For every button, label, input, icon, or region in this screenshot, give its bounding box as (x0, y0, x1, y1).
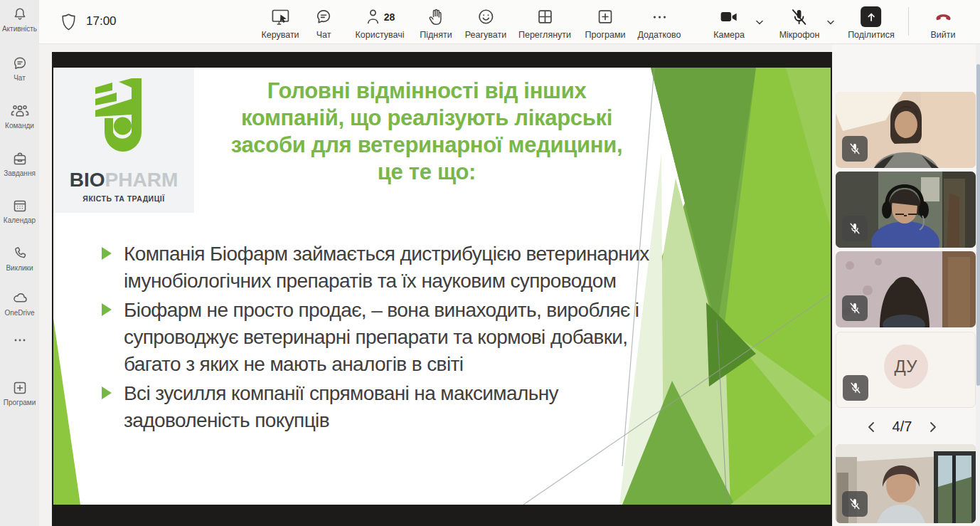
sidebar-item-label: Програми (4, 399, 36, 406)
biopharm-logo-text: BIOPHARM (53, 169, 194, 191)
slide-bullets: Компанія Біофарм займається дистрибуцією… (102, 241, 671, 436)
bullet-triangle-icon (102, 386, 112, 399)
leave-button-label: Вийти (930, 30, 955, 40)
biopharm-logo: BIOPHARM ЯКІСТЬ ТА ТРАДИЦІЇ (53, 68, 194, 213)
sidebar-item-label: Календар (4, 216, 36, 224)
apps-button-label: Програми (585, 30, 626, 40)
sidebar-item-onedrive[interactable]: OneDrive (0, 290, 39, 317)
slide-bullet: Всі зусилля компанії спрямовані на макси… (102, 380, 671, 434)
participant-muted-badge (843, 375, 868, 401)
bullet-triangle-icon (102, 247, 112, 260)
manage-button-label: Керувати (261, 30, 299, 40)
manage-button[interactable]: Керувати (261, 6, 299, 40)
sidebar-item-label: Команди (5, 122, 34, 130)
more-button[interactable]: Додатково (638, 6, 681, 40)
sidebar-item-calendar[interactable]: Календар (0, 197, 39, 224)
view-button-label: Переглянути (518, 30, 571, 40)
teams-people-icon (11, 102, 29, 120)
raise-hand-icon (427, 7, 445, 27)
mic-muted-icon (848, 221, 862, 236)
slide-bullet: Біофарм не просто продає, – вона винаход… (102, 297, 671, 378)
ellipsis-icon (650, 8, 669, 26)
sidebar-item-tasks[interactable]: Завдання (0, 150, 39, 177)
view-grid-icon (536, 7, 555, 26)
teams-meeting-window: Активність Чат Команди Завдання Календар… (0, 0, 980, 526)
pagination-next-button[interactable] (927, 420, 939, 434)
sidebar-item-apps[interactable]: Програми (0, 379, 39, 406)
participant-video-tile[interactable] (836, 92, 976, 168)
participants-button[interactable]: 28 Користувачі (355, 6, 404, 40)
react-button[interactable]: Реагувати (465, 6, 506, 40)
sidebar-item-label: Чат (14, 74, 26, 82)
sidebar-item-label: Завдання (4, 169, 36, 177)
mic-button-label: Мікрофон (779, 30, 820, 40)
chat-icon (11, 55, 28, 72)
scrollbar-thumb[interactable] (976, 64, 980, 386)
participants-video-panel: ДУ 4/7 (832, 44, 980, 526)
mic-muted-icon (848, 497, 862, 511)
leave-button[interactable]: Вийти (930, 6, 955, 40)
app-sidebar: Активність Чат Команди Завдання Календар… (0, 0, 39, 526)
shared-content-stage: BIOPHARM ЯКІСТЬ ТА ТРАДИЦІЇ Головні відм… (52, 52, 832, 526)
pagination-label: 4/7 (893, 419, 912, 435)
share-button[interactable]: Поділитися (848, 6, 895, 40)
meeting-toolbar: 17:00 Керувати Чат 28 Користувачі Піднят… (39, 0, 980, 44)
sidebar-item-label: Активність (2, 25, 37, 33)
sidebar-item-activity[interactable]: Активність (0, 6, 39, 33)
chat-button[interactable]: Чат (314, 6, 334, 40)
participant-muted-badge (842, 295, 868, 321)
slide-bullet: Компанія Біофарм займається дистрибуцією… (102, 241, 671, 295)
cloud-icon (11, 290, 29, 307)
avatar-initials: ДУ (895, 357, 917, 377)
pagination-prev-button[interactable] (866, 420, 877, 434)
raise-hand-button[interactable]: Підняти (420, 6, 452, 40)
apps-plus-icon (596, 7, 615, 26)
presentation-slide: BIOPHARM ЯКІСТЬ ТА ТРАДИЦІЇ Головні відм… (53, 68, 831, 505)
slide-title: Головні відмінності від інших компаній, … (181, 78, 672, 186)
mic-muted-icon (789, 7, 809, 27)
raise-hand-button-label: Підняти (420, 30, 452, 40)
shield-icon (60, 13, 77, 31)
mic-chevron-icon[interactable] (825, 17, 836, 27)
meeting-timer: 17:00 (86, 14, 117, 28)
smiley-icon (476, 7, 495, 26)
participant-video-tile[interactable] (836, 172, 976, 248)
sidebar-item-label: OneDrive (4, 309, 34, 317)
phone-icon (11, 245, 28, 262)
camera-button[interactable]: Камера (713, 6, 745, 40)
ellipsis-icon (11, 332, 28, 349)
panel-scrollbar[interactable] (976, 44, 980, 526)
participants-button-label: Користувачі (355, 30, 404, 40)
camera-icon (718, 8, 740, 26)
share-button-label: Поділитися (848, 30, 895, 40)
apps-button[interactable]: Програми (585, 6, 626, 40)
toolbar-separator (908, 7, 909, 36)
sidebar-more-button[interactable] (0, 332, 39, 349)
video-pagination: 4/7 (832, 419, 972, 435)
biopharm-logo-tagline: ЯКІСТЬ ТА ТРАДИЦІЇ (53, 194, 194, 203)
participant-avatar-tile[interactable]: ДУ (836, 332, 976, 408)
sidebar-item-calls[interactable]: Виклики (0, 245, 39, 272)
more-button-label: Додатково (638, 30, 681, 40)
mic-muted-icon (848, 381, 863, 395)
sidebar-item-label: Виклики (6, 264, 33, 272)
participant-muted-badge (842, 216, 868, 241)
sidebar-item-chat[interactable]: Чат (0, 55, 39, 82)
participant-video-tile[interactable] (836, 444, 976, 523)
sidebar-item-teams[interactable]: Команди (0, 102, 39, 130)
participants-icon (365, 7, 382, 26)
camera-button-label: Камера (713, 30, 745, 40)
mic-muted-icon (848, 301, 862, 315)
participant-video-tile[interactable] (836, 251, 976, 327)
bell-icon (11, 6, 28, 23)
hangup-icon (932, 8, 954, 26)
backpack-icon (11, 150, 28, 167)
participant-muted-badge (842, 136, 868, 162)
participant-muted-badge (842, 491, 868, 517)
camera-chevron-icon[interactable] (754, 17, 765, 27)
chevron-right-icon (927, 420, 939, 434)
react-button-label: Реагувати (465, 30, 506, 40)
view-button[interactable]: Переглянути (518, 6, 571, 40)
participants-count: 28 (384, 11, 395, 23)
mic-button[interactable]: Мікрофон (779, 6, 820, 40)
